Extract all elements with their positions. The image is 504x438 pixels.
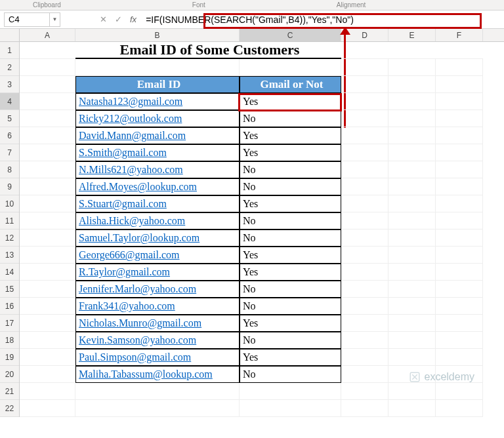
cell-e16[interactable]: [388, 298, 436, 315]
email-link[interactable]: R.Taylor@gmail.com: [79, 266, 170, 278]
cell-e10[interactable]: [388, 195, 436, 212]
email-link[interactable]: Ricky212@outlook.com: [79, 113, 182, 125]
cell-e12[interactable]: [388, 229, 436, 247]
formula-input[interactable]: =IF(ISNUMBER(SEARCH("Gmail",B4)),"Yes","…: [142, 12, 496, 27]
email-cell[interactable]: Samuel.Taylor@lookup.com: [75, 229, 240, 247]
cell-e2[interactable]: [388, 59, 436, 76]
cell-f22[interactable]: [436, 400, 483, 417]
result-cell[interactable]: Yes: [240, 315, 341, 332]
cell-e19[interactable]: [388, 349, 436, 366]
cell-d18[interactable]: [341, 332, 388, 349]
cell-f17[interactable]: [436, 315, 483, 332]
cell-a16[interactable]: [20, 298, 75, 315]
row-header-6[interactable]: 6: [0, 127, 19, 144]
email-cell[interactable]: Maliha.Tabassum@lookup.com: [75, 366, 240, 383]
cell-d8[interactable]: [341, 161, 388, 178]
cell-f2[interactable]: [436, 59, 483, 76]
row-header-5[interactable]: 5: [0, 110, 19, 127]
cell-a22[interactable]: [20, 400, 75, 417]
col-header-c[interactable]: C: [240, 29, 341, 41]
select-all-corner[interactable]: [0, 29, 20, 41]
email-link[interactable]: Natasha123@gmail.com: [79, 96, 182, 108]
email-link[interactable]: Kevin.Samson@yahoo.com: [79, 334, 196, 346]
cell-a11[interactable]: [20, 212, 75, 229]
cell-a14[interactable]: [20, 264, 75, 281]
result-cell[interactable]: No: [240, 298, 341, 315]
cell-f6[interactable]: [436, 127, 483, 144]
cell-d4[interactable]: [341, 93, 388, 110]
cell-d5[interactable]: [341, 110, 388, 127]
email-cell[interactable]: R.Taylor@gmail.com: [75, 264, 240, 281]
result-cell[interactable]: No: [240, 178, 341, 195]
col-header-a[interactable]: A: [20, 29, 75, 41]
cell-e15[interactable]: [388, 281, 436, 298]
cell-f12[interactable]: [436, 229, 483, 247]
email-link[interactable]: Samuel.Taylor@lookup.com: [79, 232, 200, 244]
cell-e3[interactable]: [388, 76, 436, 93]
email-cell[interactable]: S.Stuart@gmail.com: [75, 195, 240, 212]
email-cell[interactable]: Alisha.Hick@yahoo.com: [75, 212, 240, 229]
row-header-18[interactable]: 18: [0, 332, 19, 349]
email-link[interactable]: George666@gmail.com: [79, 249, 180, 261]
cell-a12[interactable]: [20, 229, 75, 247]
cell-d12[interactable]: [341, 229, 388, 247]
cell-e8[interactable]: [388, 161, 436, 178]
cell-f16[interactable]: [436, 298, 483, 315]
email-link[interactable]: Frank341@yahoo.com: [79, 300, 175, 312]
cell-a4[interactable]: [20, 93, 75, 110]
email-link[interactable]: Alisha.Hick@yahoo.com: [79, 215, 185, 227]
row-header-3[interactable]: 3: [0, 76, 19, 93]
row-header-13[interactable]: 13: [0, 247, 19, 264]
email-cell[interactable]: Jennifer.Marlo@yahoo.com: [75, 281, 240, 298]
result-cell[interactable]: Yes: [240, 127, 341, 144]
cell-d7[interactable]: [341, 144, 388, 161]
fx-icon[interactable]: fx: [130, 14, 136, 24]
result-cell[interactable]: Yes: [240, 144, 341, 161]
cell-f7[interactable]: [436, 144, 483, 161]
email-cell[interactable]: Paul.Simpson@gmail.com: [75, 349, 240, 366]
email-link[interactable]: Maliha.Tabassum@lookup.com: [79, 368, 213, 380]
email-link[interactable]: S.Smith@gmail.com: [79, 147, 167, 159]
result-cell[interactable]: No: [240, 366, 341, 383]
result-cell[interactable]: Yes: [240, 247, 341, 264]
cell-a3[interactable]: [20, 76, 75, 93]
result-cell[interactable]: No: [240, 332, 341, 349]
cell-e6[interactable]: [388, 127, 436, 144]
cell-e1[interactable]: [388, 42, 436, 59]
cell-f15[interactable]: [436, 281, 483, 298]
cell-f19[interactable]: [436, 349, 483, 366]
cell-f13[interactable]: [436, 247, 483, 264]
cell-a5[interactable]: [20, 110, 75, 127]
row-header-9[interactable]: 9: [0, 178, 19, 195]
cell-f14[interactable]: [436, 264, 483, 281]
result-cell[interactable]: No: [240, 212, 341, 229]
cell-f18[interactable]: [436, 332, 483, 349]
enter-icon[interactable]: ✓: [115, 14, 122, 24]
cell-c21[interactable]: [240, 383, 341, 400]
email-cell[interactable]: Natasha123@gmail.com: [75, 93, 240, 110]
cell-a18[interactable]: [20, 332, 75, 349]
cell-e9[interactable]: [388, 178, 436, 195]
cell-a21[interactable]: [20, 383, 75, 400]
cell-a20[interactable]: [20, 366, 75, 383]
row-header-7[interactable]: 7: [0, 144, 19, 161]
cell-f9[interactable]: [436, 178, 483, 195]
email-cell[interactable]: Kevin.Samson@yahoo.com: [75, 332, 240, 349]
cell-e13[interactable]: [388, 247, 436, 264]
email-link[interactable]: David.Mann@gmail.com: [79, 130, 186, 142]
cell-d16[interactable]: [341, 298, 388, 315]
header-email-id[interactable]: Email ID: [75, 76, 240, 93]
col-header-b[interactable]: B: [75, 29, 240, 41]
cell-d17[interactable]: [341, 315, 388, 332]
row-header-15[interactable]: 15: [0, 281, 19, 298]
col-header-e[interactable]: E: [388, 29, 436, 41]
row-header-1[interactable]: 1: [0, 42, 19, 59]
cell-f21[interactable]: [436, 383, 483, 400]
cell-a15[interactable]: [20, 281, 75, 298]
cell-d1[interactable]: [341, 42, 388, 59]
title-cell[interactable]: Email ID of Some Customers: [75, 42, 341, 59]
cancel-icon[interactable]: ✕: [100, 14, 107, 24]
cell-d13[interactable]: [341, 247, 388, 264]
cell-f8[interactable]: [436, 161, 483, 178]
cell-a9[interactable]: [20, 178, 75, 195]
